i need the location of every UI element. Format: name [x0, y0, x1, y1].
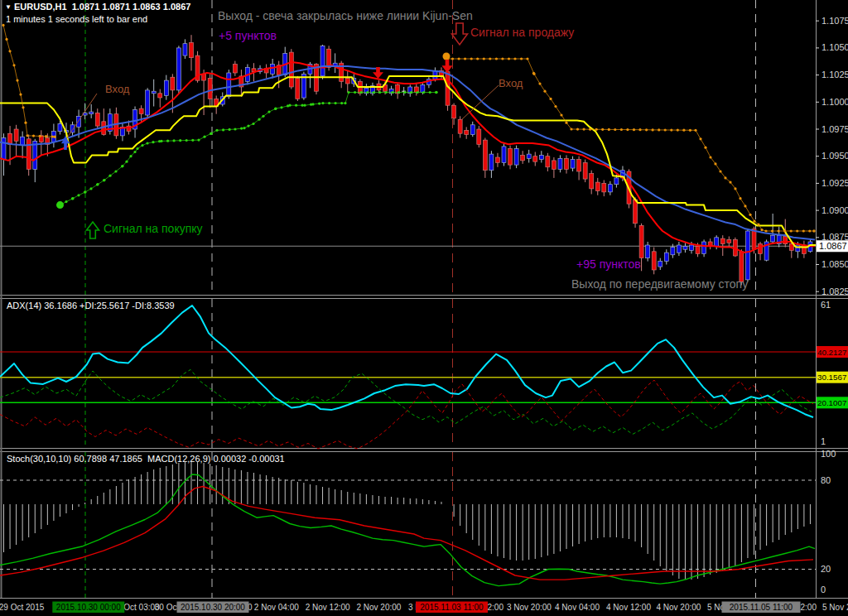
candle-bull — [702, 242, 706, 253]
candle-bull — [658, 262, 662, 267]
adx-label: ADX(14) 36.1686 +DI:25.5617 -DI:8.3539 — [7, 301, 175, 310]
candle-bull — [715, 238, 719, 247]
adx-panel[interactable]: 61140.212730.156720.1007 — [0, 300, 848, 449]
candle-bull — [677, 245, 681, 253]
annotation-pointer-line — [66, 94, 97, 139]
sell-signal-arrow-icon — [452, 23, 468, 45]
candle-bull — [58, 124, 62, 132]
candle-bear — [590, 174, 594, 189]
candle-bull — [489, 154, 494, 171]
candle-bull — [664, 253, 668, 262]
candle-bull — [614, 178, 619, 185]
candle-bear — [565, 158, 569, 169]
candle-bear — [595, 182, 600, 191]
candle-bull — [539, 155, 543, 159]
candle-bear — [521, 155, 525, 161]
candle-bull — [683, 246, 687, 249]
candle-bear — [458, 119, 462, 133]
annotation-plus95: +95 пунктов — [576, 258, 641, 270]
candle-bear — [345, 79, 349, 84]
candle-bull — [571, 160, 575, 169]
overlay-trail_orange_1 — [2, 24, 55, 138]
candle-bear — [789, 244, 793, 251]
symbol-ohlc-text: EURUSD,H1 1.0871 1.0871 1.0863 1.0867 — [14, 2, 190, 12]
time-axis[interactable]: 29 Oct 201530 Oct 03:0030 Oct 11:0030 Oc… — [0, 602, 848, 614]
price-tick-label: 1.1025 — [822, 70, 848, 79]
mt4-chart-window[interactable]: 1.10751.10501.10251.10001.09751.09501.09… — [0, 0, 848, 616]
adx-series-ADX — [0, 306, 813, 417]
time-label: 5 Nov 20:00 — [822, 603, 848, 612]
time-label: 29 Oct 2015 — [0, 603, 45, 612]
candle-bear — [14, 129, 18, 141]
candle-bear — [233, 65, 237, 74]
candle-bull — [146, 90, 150, 115]
annotation-pointer-line — [462, 85, 499, 119]
candle-bear — [533, 156, 537, 162]
candle-bull — [271, 65, 275, 75]
candle-bear — [602, 183, 606, 192]
candle-bear — [634, 200, 638, 224]
candle-bull — [152, 91, 156, 94]
time-label: 2 Nov 12:00 — [306, 603, 350, 612]
price-tick-label: 1.0925 — [822, 178, 848, 188]
candle-bear — [546, 156, 550, 167]
annotation-buy-signal: Сигнал на покупку — [104, 223, 203, 234]
candle-bear — [783, 237, 788, 244]
candle-bull — [608, 185, 612, 192]
buy-signal-arrow-icon — [87, 222, 99, 238]
candle-bear — [639, 225, 643, 257]
candle-bull — [514, 149, 518, 166]
annotation-plus5: +5 пунктов — [219, 30, 277, 41]
candle-bull — [502, 147, 506, 163]
candle-bull — [164, 80, 168, 95]
adx-level-badge-text: 40.2127 — [817, 348, 846, 357]
candle-bear — [158, 94, 162, 98]
candle-bear — [727, 239, 731, 243]
candle-bear — [190, 42, 194, 57]
candle-bull — [558, 158, 562, 169]
candle-bear — [495, 157, 499, 163]
time-label: 3 Nov 20:00 — [507, 603, 552, 612]
stoch-scale-label: 0 — [821, 585, 826, 594]
time-label: 4 Nov 12:00 — [606, 603, 651, 612]
candle-bear — [289, 52, 293, 87]
adx-scale-max: 61 — [821, 300, 831, 310]
candle-bear — [583, 163, 587, 180]
annotation-exit-trail: Выход по передвигаемому стопу — [571, 278, 748, 290]
stoch-panel[interactable]: 10080200 — [0, 449, 836, 594]
candle-bull — [2, 138, 6, 160]
candle-bear — [802, 245, 806, 254]
stoch-label: Stoch(30,10,10) 60.7898 47.1865 MACD(12,… — [7, 454, 285, 464]
annotation-exit-kijun: Выход - свеча закрылась ниже линии Kijun… — [218, 10, 473, 22]
annotation-entry-2: Вход — [499, 78, 523, 89]
price-tick-label: 1.0850 — [822, 259, 848, 269]
adx-level-badge-text: 30.1567 — [817, 373, 846, 382]
candle-bull — [671, 248, 675, 255]
current-price-text: 1.0867 — [819, 241, 847, 251]
candle-bull — [527, 154, 531, 158]
candle-bull — [771, 235, 775, 242]
time-label: 2 Nov 04:00 — [254, 603, 299, 612]
price-tick-label: 1.1050 — [822, 42, 848, 52]
adx-series-+DI — [0, 369, 812, 434]
candle-bear — [95, 113, 99, 126]
candle-bull — [690, 245, 694, 251]
candle-bull — [745, 231, 749, 280]
bar-countdown: 1 minutes 1 seconds left to bar end — [6, 14, 147, 24]
candle-bear — [696, 246, 700, 253]
candles — [2, 35, 812, 285]
annotation-entry-1: Вход — [105, 84, 129, 94]
candle-bear — [477, 129, 481, 144]
price-tick-label: 1.0900 — [822, 205, 848, 215]
symbol-marker: ▼ — [5, 3, 12, 11]
time-signal-box-text: 2015.11.03 11:00 — [420, 603, 484, 612]
candle-bear — [720, 238, 725, 244]
candle-bear — [452, 105, 456, 118]
price-tick-label: 1.1000 — [822, 97, 848, 107]
candle-bear — [577, 160, 581, 171]
price-tick-label: 1.0950 — [822, 151, 848, 161]
price-axis[interactable]: 1.10751.10501.10251.10001.09751.09501.09… — [816, 16, 848, 296]
candle-bear — [8, 133, 12, 144]
overlay-dots-connector — [3, 25, 55, 137]
candle-bear — [552, 161, 556, 170]
